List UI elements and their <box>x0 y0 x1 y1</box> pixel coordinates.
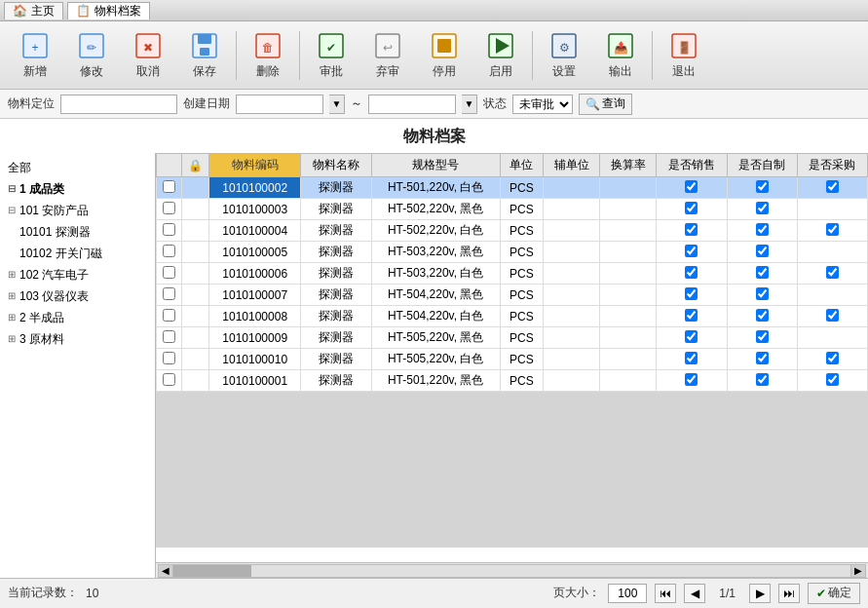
bottom-bar: 当前记录数： 10 页大小： 100 ⏮ ◀ 1/1 ▶ ⏭ ✔ 确定 <box>0 578 868 607</box>
g2-expand-icon[interactable]: ⊞ <box>8 309 16 326</box>
scroll-left-btn[interactable]: ◀ <box>158 564 173 578</box>
table-row[interactable]: 1010100010探测器HT-505,220v, 白色PCS <box>157 349 868 370</box>
table-row[interactable]: 1010100005探测器HT-503,220v, 黑色PCS <box>157 242 868 263</box>
row-ispurchase <box>797 306 867 327</box>
row-ispurchase <box>797 199 867 220</box>
row-ispurchase <box>797 242 867 263</box>
g103-expand-icon[interactable]: ⊞ <box>8 287 16 305</box>
row-checkbox[interactable] <box>163 330 175 343</box>
row-checkbox[interactable] <box>163 352 175 364</box>
g101-label: 101 安防产品 <box>19 202 89 219</box>
tree-item-g2[interactable]: ⊞ 2 半成品 <box>0 307 155 328</box>
row-checkbox-cell <box>157 349 182 370</box>
date-from-btn[interactable]: ▼ <box>329 95 345 114</box>
row-rate <box>600 306 657 327</box>
save-label: 保存 <box>193 63 216 80</box>
table-row[interactable]: 1010100006探测器HT-503,220v, 白色PCS <box>157 263 868 285</box>
nav-next-button[interactable]: ▶ <box>749 584 771 603</box>
h-scrollbar[interactable]: ◀ ▶ <box>156 562 868 578</box>
tree-item-g1[interactable]: ⊟ 1 成品类 <box>0 178 155 200</box>
home-icon: 🏠 <box>13 4 27 18</box>
enable-button[interactable]: 启用 <box>473 26 528 85</box>
query-button[interactable]: 🔍 查询 <box>579 94 632 115</box>
svg-text:✔: ✔ <box>326 41 336 55</box>
col-header-name: 物料名称 <box>301 154 371 177</box>
confirm-button[interactable]: ✔ 确定 <box>808 583 860 604</box>
date-separator: ～ <box>351 95 362 112</box>
g101-expand-icon[interactable]: ⊟ <box>8 202 16 219</box>
scroll-track[interactable] <box>173 564 850 578</box>
exit-button[interactable]: 🚪 退出 <box>657 26 711 85</box>
row-lock-cell <box>182 263 209 285</box>
save-button[interactable]: 保存 <box>177 26 232 85</box>
row-spec: HT-505,220v, 黑色 <box>371 327 500 349</box>
row-checkbox-cell <box>157 199 182 220</box>
row-unit: PCS <box>500 263 544 285</box>
row-isself <box>727 199 797 220</box>
delete-button[interactable]: 🗑 删除 <box>241 26 295 85</box>
edit-button[interactable]: ✏ 修改 <box>64 26 119 85</box>
table-row[interactable]: 1010100004探测器HT-502,220v, 白色PCS <box>157 220 868 242</box>
page-size-input[interactable]: 100 <box>608 584 647 603</box>
cancel-button[interactable]: ✖ 取消 <box>121 26 175 85</box>
query-label: 查询 <box>602 95 625 112</box>
tree-item-g3[interactable]: ⊞ 3 原材料 <box>0 328 155 350</box>
row-checkbox[interactable] <box>163 373 175 386</box>
row-checkbox[interactable] <box>163 223 175 236</box>
row-checkbox[interactable] <box>163 309 175 322</box>
table-row[interactable]: 1010100007探测器HT-504,220v, 黑色PCS <box>157 285 868 306</box>
nav-first-button[interactable]: ⏮ <box>655 584 676 603</box>
tree-item-all[interactable]: 全部 <box>0 157 155 178</box>
col-header-code[interactable]: 物料编码 <box>209 154 301 177</box>
tree-item-g102[interactable]: ⊞ 102 汽车电子 <box>0 264 155 285</box>
sep3 <box>532 31 533 80</box>
row-code: 1010100006 <box>209 263 301 285</box>
g3-expand-icon[interactable]: ⊞ <box>8 330 16 348</box>
nav-prev-button[interactable]: ◀ <box>684 584 705 603</box>
settings-label: 设置 <box>552 63 576 80</box>
table-row[interactable]: 1010100002探测器HT-501,220v, 白色PCS <box>157 177 868 199</box>
row-auxunit <box>544 263 600 285</box>
abandon-icon: ↩ <box>372 30 403 61</box>
tree-item-g10101[interactable]: 10101 探测器 <box>0 221 155 243</box>
date-to-btn[interactable]: ▼ <box>462 95 477 114</box>
g1-expand-icon[interactable]: ⊟ <box>8 180 16 198</box>
location-input[interactable] <box>60 95 177 114</box>
table-row[interactable]: 1010100001探测器HT-501,220v, 黑色PCS <box>157 370 868 392</box>
svg-rect-7 <box>198 34 211 44</box>
row-name: 探测器 <box>301 177 371 199</box>
approve-button[interactable]: ✔ 审批 <box>304 26 359 85</box>
row-checkbox[interactable] <box>163 266 175 279</box>
table-row[interactable]: 1010100008探测器HT-504,220v, 白色PCS <box>157 306 868 327</box>
active-tab[interactable]: 📋 物料档案 <box>67 2 150 19</box>
date-to-input[interactable]: 2022-12-01 <box>368 95 456 114</box>
date-from-input[interactable]: 2022-12-01 <box>236 95 323 114</box>
add-button[interactable]: + 新增 <box>8 26 62 85</box>
row-lock-cell <box>182 349 209 370</box>
grid-container[interactable]: 🔒 物料编码 物料名称 规格型号 单位 辅单位 换算率 是否销售 是否自制 是否… <box>156 153 868 562</box>
tree-item-g10102[interactable]: 10102 开关门磁 <box>0 243 155 264</box>
export-button[interactable]: 📤 输出 <box>593 26 648 85</box>
export-icon: 📤 <box>605 30 636 61</box>
row-checkbox[interactable] <box>163 202 175 214</box>
row-checkbox[interactable] <box>163 287 175 300</box>
status-select[interactable]: 未审批 <box>512 95 573 114</box>
scroll-right-btn[interactable]: ▶ <box>850 564 866 578</box>
settings-button[interactable]: ⚙ 设置 <box>537 26 591 85</box>
tree-item-g103[interactable]: ⊞ 103 仪器仪表 <box>0 285 155 307</box>
row-rate <box>600 220 657 242</box>
row-checkbox[interactable] <box>163 180 175 193</box>
stop-button[interactable]: 停用 <box>417 26 472 85</box>
query-icon: 🔍 <box>585 97 600 111</box>
tree-item-g101[interactable]: ⊟ 101 安防产品 <box>0 200 155 221</box>
row-isself <box>727 306 797 327</box>
confirm-check-icon: ✔ <box>816 587 826 600</box>
row-unit: PCS <box>500 242 544 263</box>
table-row[interactable]: 1010100003探测器HT-502,220v, 黑色PCS <box>157 199 868 220</box>
row-checkbox[interactable] <box>163 245 175 257</box>
nav-last-button[interactable]: ⏭ <box>778 584 800 603</box>
home-tab[interactable]: 🏠 主页 <box>4 2 63 19</box>
g102-expand-icon[interactable]: ⊞ <box>8 266 16 284</box>
abandon-button[interactable]: ↩ 弃审 <box>360 26 415 85</box>
table-row[interactable]: 1010100009探测器HT-505,220v, 黑色PCS <box>157 327 868 349</box>
